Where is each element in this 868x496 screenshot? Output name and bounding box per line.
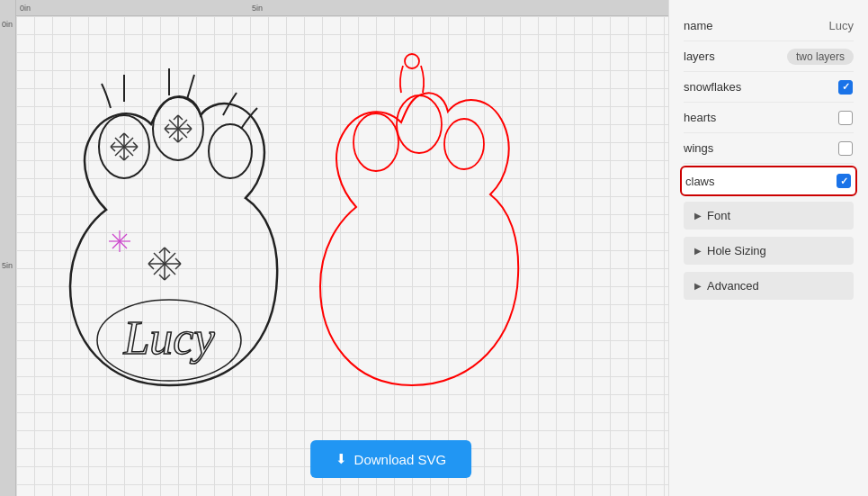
hearts-label: hearts: [684, 111, 716, 124]
hearts-checkbox-container: [837, 110, 854, 126]
advanced-accordion-arrow: ▶: [694, 281, 702, 291]
advanced-accordion[interactable]: ▶ Advanced: [684, 272, 854, 300]
hearts-checkbox[interactable]: [838, 111, 853, 125]
paw-design-svg: Lucy: [34, 34, 304, 439]
ruler-mark-5in: 5in: [252, 4, 263, 13]
hole-sizing-accordion-label: Hole Sizing: [707, 244, 766, 257]
svg-line-32: [148, 264, 154, 269]
snowflakes-row: snowflakes: [684, 72, 854, 103]
font-accordion-arrow: ▶: [694, 211, 702, 221]
snowflakes-checkbox[interactable]: [838, 80, 853, 95]
svg-line-33: [175, 258, 181, 264]
svg-point-47: [444, 119, 484, 169]
paw-outline-svg: [304, 34, 520, 421]
canvas-area: 0in 5in 0in 5in: [0, 0, 668, 496]
wings-checkbox-container: [837, 140, 854, 157]
svg-line-31: [148, 258, 154, 264]
hole-sizing-accordion[interactable]: ▶ Hole Sizing: [684, 237, 854, 265]
snowflakes-label: snowflakes: [684, 80, 741, 94]
svg-line-35: [159, 248, 165, 253]
ruler-mark-0in: 0in: [20, 4, 31, 13]
name-value: Lucy: [829, 19, 854, 32]
ruler-mark-left-5in: 5in: [2, 261, 13, 270]
advanced-accordion-label: Advanced: [707, 279, 759, 293]
svg-line-38: [165, 275, 170, 280]
layers-label: layers: [684, 50, 715, 63]
name-label: name: [684, 19, 713, 32]
svg-point-45: [353, 113, 398, 171]
wings-row: wings: [684, 133, 854, 164]
right-panel: name Lucy layers two layers snowflakes h…: [668, 0, 868, 496]
snowflakes-checkbox-container: [837, 79, 854, 95]
claws-checkbox-container: [836, 173, 852, 189]
download-svg-button[interactable]: ⬇ Download SVG: [310, 440, 472, 478]
hearts-row: hearts: [684, 103, 854, 133]
svg-line-34: [175, 264, 181, 269]
claws-label: claws: [685, 175, 715, 188]
ruler-top: 0in 5in: [0, 0, 668, 16]
svg-line-36: [165, 248, 170, 253]
ruler-mark-left-0in: 0in: [2, 20, 13, 29]
svg-point-48: [405, 54, 419, 68]
canvas-content: Lucy ⬇ Download SVG: [16, 16, 668, 496]
claws-checkbox[interactable]: [837, 174, 851, 188]
font-accordion[interactable]: ▶ Font: [684, 202, 854, 230]
download-button-label: Download SVG: [354, 452, 447, 467]
layers-value: two layers: [787, 49, 854, 65]
font-accordion-label: Font: [707, 209, 730, 222]
wings-label: wings: [684, 141, 713, 155]
layers-row: layers two layers: [684, 41, 854, 72]
svg-point-46: [397, 95, 442, 153]
name-row: name Lucy: [684, 11, 854, 41]
claws-row: claws: [680, 166, 857, 196]
svg-line-37: [159, 275, 165, 280]
download-icon: ⬇: [336, 451, 347, 467]
wings-checkbox[interactable]: [838, 141, 853, 156]
svg-point-2: [209, 124, 252, 178]
ruler-left: 0in 5in: [0, 0, 16, 496]
svg-text:Lucy: Lucy: [122, 312, 215, 364]
hole-sizing-accordion-arrow: ▶: [694, 246, 702, 256]
